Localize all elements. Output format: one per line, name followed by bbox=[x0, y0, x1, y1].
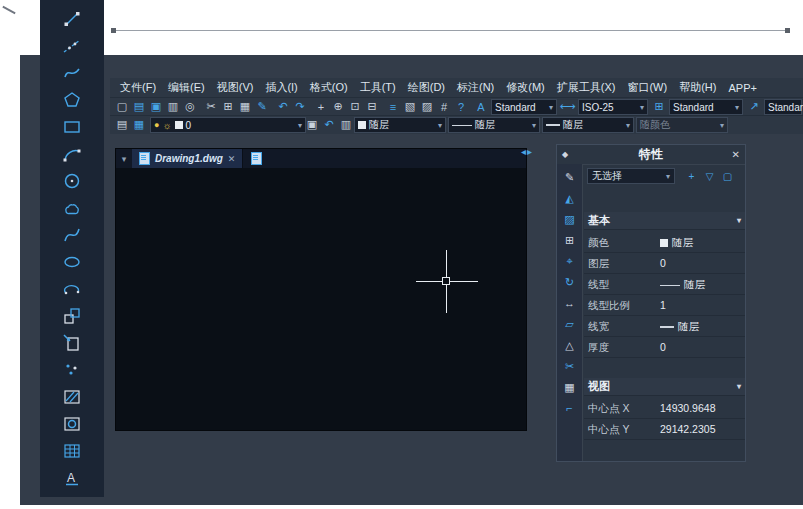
property-value-linetype-scale[interactable]: 1 bbox=[660, 299, 666, 311]
cut-icon[interactable]: ✂ bbox=[203, 99, 219, 114]
zoom-previous-icon[interactable]: ⊟ bbox=[364, 99, 380, 114]
table-style-combo[interactable]: Standard ▾ bbox=[669, 99, 743, 115]
hatch-icon[interactable] bbox=[59, 386, 85, 408]
mleader-style-icon[interactable]: ↗ bbox=[746, 99, 762, 114]
help-icon[interactable]: ? bbox=[453, 99, 469, 114]
revision-cloud-icon[interactable] bbox=[59, 197, 85, 219]
save-icon[interactable]: ▣ bbox=[148, 99, 164, 114]
arc-icon[interactable] bbox=[59, 143, 85, 165]
section-view[interactable]: 视图 ▾ bbox=[584, 378, 745, 396]
property-value-thickness[interactable]: 0 bbox=[660, 341, 666, 353]
line-icon[interactable] bbox=[59, 8, 85, 30]
tool-palettes-icon[interactable]: ▨ bbox=[419, 99, 435, 114]
property-value-linetype[interactable]: 随层 bbox=[660, 278, 705, 292]
collapse-chevron-icon[interactable]: ▾ bbox=[737, 216, 741, 225]
property-value-center-x[interactable]: 14930.9648 bbox=[660, 402, 715, 414]
menu-format[interactable]: 格式(O) bbox=[304, 80, 354, 95]
select-objects-icon[interactable]: ▢ bbox=[720, 169, 735, 183]
menu-window[interactable]: 窗口(W) bbox=[621, 80, 673, 95]
property-value-lineweight[interactable]: 随层 bbox=[660, 320, 699, 334]
zoom-realtime-icon[interactable]: ⊕ bbox=[330, 99, 346, 114]
selected-line[interactable] bbox=[115, 30, 788, 31]
grip-handle-left[interactable] bbox=[111, 28, 116, 33]
array-icon[interactable]: ⊞ bbox=[562, 233, 578, 247]
donut-icon[interactable] bbox=[59, 413, 85, 435]
dim-style-icon[interactable]: ⟷ bbox=[560, 99, 576, 114]
construction-line-icon[interactable] bbox=[59, 35, 85, 57]
section-basic[interactable]: 基本 ▾ bbox=[584, 212, 745, 230]
make-block-icon[interactable] bbox=[59, 305, 85, 327]
design-center-icon[interactable]: ▧ bbox=[402, 99, 418, 114]
mirror-icon[interactable]: ◭ bbox=[562, 191, 578, 205]
spline-icon[interactable] bbox=[59, 224, 85, 246]
scale-icon[interactable]: △ bbox=[562, 338, 578, 352]
quick-select-icon[interactable]: ▽ bbox=[702, 169, 717, 183]
menu-dimension[interactable]: 标注(N) bbox=[451, 80, 500, 95]
point-icon[interactable] bbox=[59, 359, 85, 381]
tab-close-icon[interactable]: ✕ bbox=[228, 154, 236, 164]
property-value-color[interactable]: 随层 bbox=[660, 236, 693, 250]
table-style-icon[interactable]: ⊞ bbox=[651, 99, 667, 114]
polyline-icon[interactable] bbox=[59, 62, 85, 84]
layer-previous-icon[interactable]: ↶ bbox=[321, 117, 337, 132]
text-style-icon[interactable]: A bbox=[473, 99, 489, 114]
grip-handle-right[interactable] bbox=[785, 28, 790, 33]
properties-icon[interactable]: ≡ bbox=[385, 99, 401, 114]
text-style-combo[interactable]: Standard ▾ bbox=[491, 99, 557, 115]
menu-file[interactable]: 文件(F) bbox=[114, 80, 162, 95]
measure-icon[interactable]: ⌐ bbox=[562, 401, 578, 415]
menu-app[interactable]: APP+ bbox=[722, 82, 762, 94]
match-properties-icon[interactable]: ✎ bbox=[562, 170, 578, 184]
circle-icon[interactable] bbox=[59, 170, 85, 192]
table-icon[interactable] bbox=[59, 440, 85, 462]
panel-splitter-arrows[interactable]: ◂▸ bbox=[521, 146, 533, 157]
menu-express[interactable]: 扩展工具(X) bbox=[551, 80, 622, 95]
match-properties-icon[interactable]: ✎ bbox=[254, 99, 270, 114]
plot-preview-icon[interactable]: ◎ bbox=[182, 99, 198, 114]
new-drawing-icon[interactable] bbox=[251, 152, 262, 165]
menu-tools[interactable]: 工具(T) bbox=[354, 80, 402, 95]
property-value-layer[interactable]: 0 bbox=[660, 257, 666, 269]
copy-icon[interactable]: ▦ bbox=[562, 380, 578, 394]
properties-panel-header[interactable]: ◆ 特性 ✕ bbox=[557, 145, 745, 165]
ellipse-icon[interactable] bbox=[59, 251, 85, 273]
paste-icon[interactable]: ▦ bbox=[237, 99, 253, 114]
drawing-tab[interactable]: Drawing1.dwg ✕ bbox=[132, 149, 243, 168]
panel-pin-icon[interactable]: ◆ bbox=[562, 150, 568, 159]
linetype-combo[interactable]: 随层 ▾ bbox=[448, 117, 540, 133]
move-icon[interactable]: ↔ bbox=[562, 296, 578, 310]
ellipse-arc-icon[interactable] bbox=[59, 278, 85, 300]
redo-icon[interactable]: ↷ bbox=[292, 99, 308, 114]
dim-style-combo[interactable]: ISO-25 ▾ bbox=[578, 99, 648, 115]
new-icon[interactable]: ▢ bbox=[114, 99, 130, 114]
collapse-chevron-icon[interactable]: ▾ bbox=[737, 382, 741, 391]
menu-modify[interactable]: 修改(M) bbox=[500, 80, 551, 95]
color-combo[interactable]: 随层 ▾ bbox=[354, 117, 446, 133]
polygon-icon[interactable] bbox=[59, 89, 85, 111]
snap-center-icon[interactable]: ⌖ bbox=[562, 254, 578, 268]
layer-manager-icon[interactable]: ▦ bbox=[131, 117, 147, 132]
zoom-window-icon[interactable]: ⊡ bbox=[347, 99, 363, 114]
insert-block-icon[interactable] bbox=[59, 332, 85, 354]
lineweight-combo[interactable]: 随层 ▾ bbox=[542, 117, 634, 133]
make-object-layer-current-icon[interactable]: ▣ bbox=[304, 117, 320, 132]
offset-icon[interactable]: ▱ bbox=[562, 317, 578, 331]
menu-view[interactable]: 视图(V) bbox=[211, 80, 260, 95]
copy-icon[interactable]: ⊞ bbox=[220, 99, 236, 114]
pan-icon[interactable]: + bbox=[313, 99, 329, 114]
rectangle-icon[interactable] bbox=[59, 116, 85, 138]
calculator-icon[interactable]: # bbox=[436, 99, 452, 114]
rotate-icon[interactable]: ↻ bbox=[562, 275, 578, 289]
menu-edit[interactable]: 编辑(E) bbox=[162, 80, 211, 95]
selection-combo[interactable]: 无选择 ▾ bbox=[587, 168, 675, 184]
toggle-pickadd-icon[interactable]: + bbox=[684, 169, 699, 183]
trim-icon[interactable]: ✂ bbox=[562, 359, 578, 373]
plot-icon[interactable]: ▥ bbox=[165, 99, 181, 114]
mtext-icon[interactable]: A bbox=[59, 467, 85, 489]
drawing-canvas[interactable]: ▾ Drawing1.dwg ✕ bbox=[115, 148, 527, 431]
layer-combo[interactable]: ● ☼ 0 ▾ bbox=[150, 117, 306, 133]
hatch-icon[interactable]: ▨ bbox=[562, 212, 578, 226]
property-value-center-y[interactable]: 29142.2305 bbox=[660, 423, 715, 435]
tab-list-chevron-icon[interactable]: ▾ bbox=[116, 154, 132, 164]
undo-icon[interactable]: ↶ bbox=[275, 99, 291, 114]
